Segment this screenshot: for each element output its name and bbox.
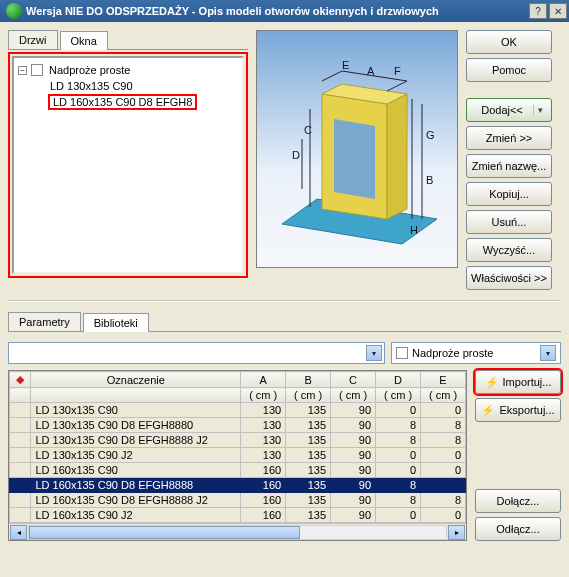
zmien-nazwe-button[interactable]: Zmień nazwę... (466, 154, 552, 178)
table-row[interactable]: LD 160x135 C90 J21601359000 (10, 508, 466, 523)
tree-item-label: LD 130x135 C90 (48, 80, 135, 92)
tab-drzwi[interactable]: Drzwi (8, 30, 58, 49)
wlasciwosci-button[interactable]: Właściwości >> (466, 266, 552, 290)
odlacz-button[interactable]: Odłącz... (475, 517, 561, 541)
usun-button[interactable]: Usuń... (466, 210, 552, 234)
svg-marker-2 (387, 94, 407, 219)
wyczysc-button[interactable]: Wyczyść... (466, 238, 552, 262)
cell-e: 0 (421, 448, 466, 463)
lightning-icon: ⚡ (485, 376, 499, 389)
table-row[interactable]: LD 160x135 C901601359000 (10, 463, 466, 478)
cell-e (421, 478, 466, 493)
importuj-button[interactable]: ⚡ Importuj... (475, 370, 561, 394)
grid-header-d[interactable]: D (376, 372, 421, 388)
svg-text:E: E (342, 59, 349, 71)
grid-header-marker[interactable]: ◆ (10, 372, 31, 388)
cell-oznaczenie: LD 130x135 C90 D8 EFGH8880 (31, 418, 241, 433)
cell-c: 90 (331, 403, 376, 418)
scroll-right-icon[interactable]: ▸ (448, 525, 465, 540)
tree-node-root[interactable]: − Nadproże proste (18, 62, 238, 78)
cell-e: 0 (421, 463, 466, 478)
cell-a: 130 (241, 403, 286, 418)
cell-d: 8 (376, 478, 421, 493)
cell-d: 0 (376, 448, 421, 463)
table-row[interactable]: LD 160x135 C90 D8 EFGH8888 J21601359088 (10, 493, 466, 508)
checkbox[interactable] (396, 347, 408, 359)
grid-header-b[interactable]: B (286, 372, 331, 388)
dodaj-button[interactable]: Dodaj<< ▾ (466, 98, 552, 122)
cell-oznaczenie: LD 160x135 C90 D8 EFGH8888 (31, 478, 241, 493)
tree-item[interactable]: LD 160x135 C90 D8 EFGH8 (18, 94, 238, 110)
pomoc-button[interactable]: Pomoc (466, 58, 552, 82)
chevron-down-icon[interactable]: ▾ (366, 345, 382, 361)
grid-header-a[interactable]: A (241, 372, 286, 388)
cell-c: 90 (331, 508, 376, 523)
cell-a: 160 (241, 493, 286, 508)
collapse-icon[interactable]: − (18, 66, 27, 75)
checkbox[interactable] (31, 64, 43, 76)
cell-oznaczenie: LD 160x135 C90 D8 EFGH8888 J2 (31, 493, 241, 508)
table-row[interactable]: LD 130x135 C90 D8 EFGH8888 J21301359088 (10, 433, 466, 448)
cell-d: 0 (376, 508, 421, 523)
top-tabs: Drzwi Okna (8, 30, 248, 50)
scroll-track[interactable] (28, 525, 447, 540)
cell-a: 130 (241, 418, 286, 433)
svg-marker-4 (334, 119, 375, 199)
help-button[interactable]: ? (529, 3, 547, 19)
kopiuj-button[interactable]: Kopiuj... (466, 182, 552, 206)
dodaj-label: Dodaj<< (471, 104, 533, 116)
cell-b: 135 (286, 493, 331, 508)
cell-c: 90 (331, 418, 376, 433)
eksportuj-button[interactable]: ⚡ Eksportuj... (475, 398, 561, 422)
grid-units-row: ( cm ) ( cm ) ( cm ) ( cm ) ( cm ) (10, 388, 466, 403)
scroll-left-icon[interactable]: ◂ (10, 525, 27, 540)
horizontal-scrollbar[interactable]: ◂ ▸ (9, 523, 466, 540)
importuj-label: Importuj... (503, 376, 552, 388)
cell-c: 90 (331, 493, 376, 508)
ok-button[interactable]: OK (466, 30, 552, 54)
app-icon (6, 3, 22, 19)
grid-header-oznaczenie[interactable]: Oznaczenie (31, 372, 241, 388)
titlebar: Wersja NIE DO ODSPRZEDAŻY - Opis modeli … (0, 0, 569, 22)
divider (8, 300, 561, 302)
chevron-down-icon[interactable]: ▾ (540, 345, 556, 361)
grid-header-row: ◆ Oznaczenie A B C D E (10, 372, 466, 388)
cell-b: 135 (286, 418, 331, 433)
cell-oznaczenie: LD 130x135 C90 D8 EFGH8888 J2 (31, 433, 241, 448)
table-row[interactable]: LD 130x135 C90 J21301359000 (10, 448, 466, 463)
close-button[interactable]: ✕ (549, 3, 567, 19)
scroll-thumb[interactable] (29, 526, 300, 539)
grid-header-c[interactable]: C (331, 372, 376, 388)
dolacz-button[interactable]: Dołącz... (475, 489, 561, 513)
svg-text:F: F (394, 65, 401, 77)
tree-item[interactable]: LD 130x135 C90 (18, 78, 238, 94)
cell-e: 8 (421, 493, 466, 508)
tab-parametry[interactable]: Parametry (8, 312, 81, 331)
tree[interactable]: − Nadproże proste LD 130x135 C90 LD 160x… (12, 56, 244, 274)
table-row[interactable]: LD 130x135 C901301359000 (10, 403, 466, 418)
cell-c: 90 (331, 448, 376, 463)
cell-b: 135 (286, 403, 331, 418)
cell-c: 90 (331, 463, 376, 478)
bottom-tabs: Parametry Biblioteki (8, 312, 561, 332)
table-row[interactable]: LD 160x135 C90 D8 EFGH8888160135908 (10, 478, 466, 493)
data-grid[interactable]: ◆ Oznaczenie A B C D E ( cm ) ( cm ) ( c… (8, 370, 467, 541)
chevron-down-icon[interactable]: ▾ (533, 105, 547, 115)
cell-a: 160 (241, 463, 286, 478)
cell-oznaczenie: LD 130x135 C90 (31, 403, 241, 418)
tab-okna[interactable]: Okna (60, 31, 108, 50)
preview-diagram: EAF GBH DC (262, 49, 452, 249)
zmien-button[interactable]: Zmień >> (466, 126, 552, 150)
svg-text:A: A (367, 65, 375, 77)
table-row[interactable]: LD 130x135 C90 D8 EFGH88801301359088 (10, 418, 466, 433)
grid-header-e[interactable]: E (421, 372, 466, 388)
lightning-icon: ⚡ (481, 404, 495, 417)
filter-dropdown[interactable]: Nadproże proste ▾ (391, 342, 561, 364)
search-input[interactable]: ▾ (8, 342, 385, 364)
cell-oznaczenie: LD 160x135 C90 (31, 463, 241, 478)
tab-biblioteki[interactable]: Biblioteki (83, 313, 149, 332)
tree-item-label-highlighted: LD 160x135 C90 D8 EFGH8 (48, 94, 197, 110)
right-button-column: OK Pomoc Dodaj<< ▾ Zmień >> Zmień nazwę.… (466, 30, 552, 290)
cell-c: 90 (331, 433, 376, 448)
tree-highlight: − Nadproże proste LD 130x135 C90 LD 160x… (8, 52, 248, 278)
